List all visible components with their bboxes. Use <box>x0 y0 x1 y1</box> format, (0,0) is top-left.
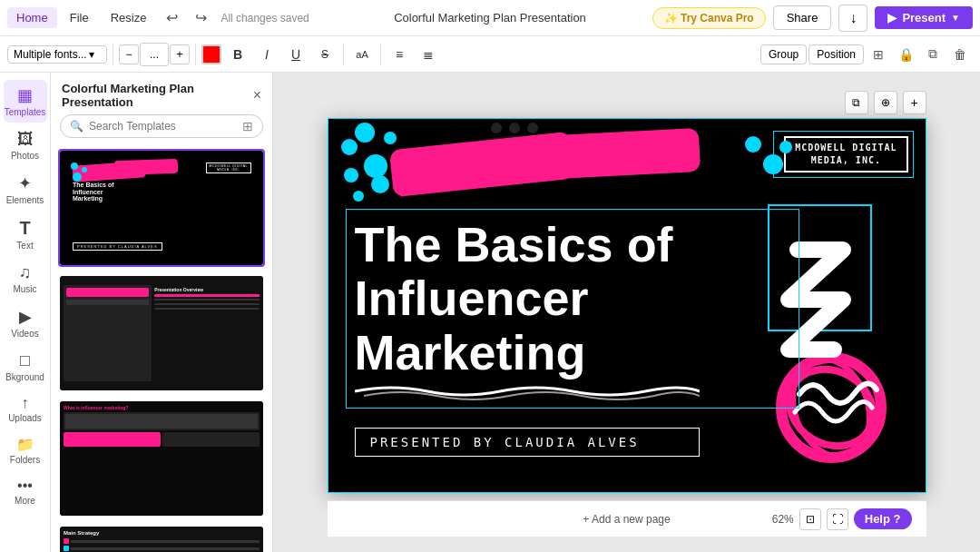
bold-button[interactable]: B <box>225 42 250 67</box>
panel-title: Colorful Marketing Plan Presentation <box>62 82 253 109</box>
sidebar-item-background[interactable]: □ Bkground <box>4 346 47 388</box>
main-heading-text: The Basics of Influencer Marketing <box>355 217 673 380</box>
presenter-box[interactable]: PRESENTED BY CLAUDIA ALVES <box>355 428 700 457</box>
undo-button[interactable]: ↩ <box>159 5 184 31</box>
search-input[interactable] <box>89 120 237 133</box>
font-color-swatch[interactable] <box>201 44 221 64</box>
font-size-increase-button[interactable]: + <box>170 44 190 64</box>
saved-status: All changes saved <box>220 12 309 25</box>
company-name-text: MCDOWELL DIGITAL MEDIA, INC. <box>795 142 897 167</box>
italic-button[interactable]: I <box>254 42 279 67</box>
slide-thumb-3[interactable]: What is influencer marketing? <box>58 399 265 518</box>
sidebar-item-photos[interactable]: 🖼 Photos <box>4 124 47 166</box>
present-button[interactable]: ▶ Present ▼ <box>875 6 973 29</box>
main-content: ▦ Templates 🖼 Photos ✦ Elements T Text ♫… <box>0 73 980 552</box>
zigzag-decoration <box>770 241 870 362</box>
add-page-button[interactable]: + Add a new page <box>583 513 670 526</box>
mini-slide-2: Presentation Overview <box>60 276 263 390</box>
slide-thumb-2[interactable]: Presentation Overview <box>58 274 265 392</box>
music-icon: ♫ <box>19 263 32 282</box>
sidebar-item-label-videos: Videos <box>11 329 38 339</box>
divider-3 <box>343 44 344 65</box>
divider-2 <box>195 44 196 65</box>
sidebar-item-label-music: Music <box>13 284 36 294</box>
slide-add-button[interactable]: + <box>903 91 926 114</box>
redo-button[interactable]: ↪ <box>188 5 213 31</box>
folders-icon: 📁 <box>16 436 34 453</box>
sidebar-item-more[interactable]: ••• More <box>4 472 47 511</box>
sidebar-item-uploads[interactable]: ↑ Uploads <box>4 389 47 429</box>
slide-container[interactable]: MCDOWELL DIGITAL MEDIA, INC. The Basics <box>328 118 926 493</box>
text-case-button[interactable]: aA <box>349 42 375 67</box>
home-button[interactable]: Home <box>7 7 57 28</box>
more-icon: ••• <box>17 478 33 494</box>
sidebar-item-templates[interactable]: ▦ Templates <box>4 80 47 123</box>
background-icon: □ <box>20 351 30 370</box>
canvas-area: ⧉ ⊕ + <box>273 73 980 552</box>
download-button[interactable]: ↓ <box>838 5 867 32</box>
slide-duplicate-button[interactable]: ⊕ <box>874 91 897 114</box>
filter-icon-button[interactable]: ⊞ <box>866 42 891 67</box>
slide-copy-button[interactable]: ⧉ <box>845 91 868 114</box>
filter-icon[interactable]: ⊞ <box>242 119 253 133</box>
lock-icon-button[interactable]: 🔒 <box>893 42 918 67</box>
sidebar-item-label-photos: Photos <box>11 151 39 161</box>
sidebar-item-music[interactable]: ♫ Music <box>4 258 47 300</box>
canva-pro-button[interactable]: ✨ Try Canva Pro <box>652 7 766 29</box>
slide-thumb-4[interactable]: Main Strategy <box>58 525 265 552</box>
share-button[interactable]: Share <box>773 5 832 30</box>
font-size-decrease-button[interactable]: − <box>119 44 139 64</box>
divider-1 <box>113 44 113 65</box>
list-unordered-button[interactable]: ≡ <box>387 42 412 67</box>
help-button[interactable]: Help ? <box>854 508 912 529</box>
document-title: Colorful Marketing Plan Presentation <box>394 11 586 25</box>
template-slides-list: The Basics ofInfluencerMarketing PRESENT… <box>51 145 272 552</box>
position-button[interactable]: Position <box>808 44 864 64</box>
panel-close-button[interactable]: × <box>253 87 261 104</box>
company-name-box[interactable]: MCDOWELL DIGITAL MEDIA, INC. <box>784 136 907 172</box>
mini-slide-3: What is influencer marketing? <box>60 401 263 516</box>
font-size-input[interactable] <box>140 43 169 66</box>
help-label: Help <box>865 512 890 526</box>
file-button[interactable]: File <box>61 7 98 28</box>
sidebar-item-label-folders: Folders <box>10 455 40 465</box>
divider-4 <box>380 44 381 65</box>
main-heading[interactable]: The Basics of Influencer Marketing <box>355 218 790 380</box>
font-size-control: − + <box>119 43 190 66</box>
present-chevron-icon: ▼ <box>951 13 960 23</box>
sidebar-item-text[interactable]: T Text <box>4 212 47 256</box>
sidebar-item-label-elements: Elements <box>6 195 44 205</box>
resize-button[interactable]: Resize <box>102 7 156 28</box>
top-bar: Home File Resize ↩ ↪ All changes saved C… <box>0 0 980 36</box>
sidebar-item-label-text: Text <box>16 241 33 251</box>
sidebar-item-label-templates: Templates <box>5 107 46 117</box>
sidebar-item-elements[interactable]: ✦ Elements <box>4 168 47 211</box>
strikethrough-button[interactable]: S <box>312 42 338 67</box>
uploads-icon: ↑ <box>22 395 29 411</box>
zoom-controls: 62% ⊡ ⛶ Help ? <box>772 508 912 530</box>
presenter-text: PRESENTED BY CLAUDIA ALVES <box>370 435 640 449</box>
zoom-level: 62% <box>772 513 794 526</box>
sidebar-item-label-background: Bkground <box>5 372 44 382</box>
font-name: Multiple fonts... <box>14 48 87 61</box>
text-icon: T <box>19 218 30 239</box>
format-bar: Multiple fonts... ▾ − + B I U S aA ≡ ≣ G… <box>0 36 980 73</box>
videos-icon: ▶ <box>19 307 32 327</box>
chevron-down-icon: ▾ <box>89 48 94 61</box>
slide-thumb-1[interactable]: The Basics ofInfluencerMarketing PRESENT… <box>58 149 265 267</box>
list-ordered-button[interactable]: ≣ <box>416 42 441 67</box>
pink-stroke-2 <box>553 128 700 179</box>
photos-icon: 🖼 <box>17 130 34 149</box>
zoom-fit-button[interactable]: ⊡ <box>799 508 821 530</box>
sidebar-item-label-uploads: Uploads <box>8 413 42 423</box>
delete-icon-button[interactable]: 🗑 <box>947 42 973 67</box>
font-selector[interactable]: Multiple fonts... ▾ <box>7 45 107 64</box>
search-icon: 🔍 <box>70 120 83 133</box>
copy-icon-button[interactable]: ⧉ <box>920 42 946 67</box>
underline-button[interactable]: U <box>283 42 309 67</box>
sidebar-item-folders[interactable]: 📁 Folders <box>4 430 47 470</box>
present-label: Present <box>902 11 946 25</box>
group-button[interactable]: Group <box>760 44 807 64</box>
sidebar-item-videos[interactable]: ▶ Videos <box>4 301 47 344</box>
zoom-fullscreen-button[interactable]: ⛶ <box>827 508 848 530</box>
